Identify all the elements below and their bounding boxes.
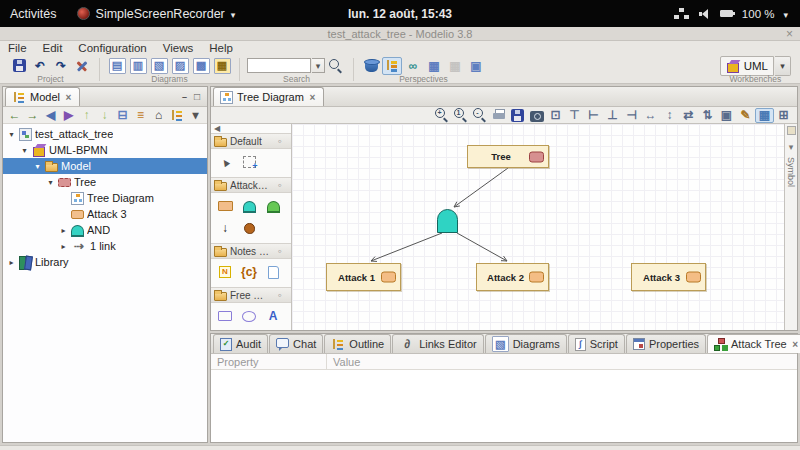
close-icon[interactable] — [308, 92, 317, 103]
same-height-button[interactable]: ↕ — [660, 108, 679, 123]
class-diagram-button[interactable]: ▤ — [107, 57, 127, 75]
tab-tree-diagram[interactable]: Tree Diagram — [213, 87, 324, 106]
tab-audit[interactable]: Audit — [213, 334, 268, 353]
expander-icon[interactable]: ▾ — [33, 162, 42, 171]
tab-script[interactable]: Script — [568, 334, 625, 353]
tree-item-model[interactable]: ▾Model — [3, 158, 207, 174]
tab-diagrams[interactable]: ▧Diagrams — [485, 334, 567, 353]
minimize-button[interactable] — [182, 92, 187, 102]
menu-edit[interactable]: Edit — [35, 42, 71, 54]
column-property[interactable]: Property — [211, 354, 326, 369]
palette-tool-note[interactable] — [213, 261, 237, 283]
configure-button[interactable] — [72, 57, 92, 75]
diagram-canvas[interactable]: TreeAttack 1Attack 2Attack 3 — [292, 124, 784, 330]
zoom-in-button[interactable] — [432, 108, 451, 123]
workbench-dropdown-button[interactable] — [775, 56, 791, 76]
object-diagram-button[interactable]: ▧ — [149, 57, 169, 75]
palette-group-free-drawing[interactable]: Free Drawing◦ — [211, 287, 291, 303]
palette-group-attack-tree[interactable]: Attack Tree◦ — [211, 177, 291, 193]
palette-tool-constraint[interactable]: {c} — [237, 261, 261, 283]
redo-button[interactable]: ↷ — [51, 57, 71, 75]
preferences-dialog-button[interactable]: ▣ — [466, 57, 486, 75]
tree-item-tree[interactable]: ▾Tree — [3, 174, 207, 190]
palette-tool-or-gate[interactable] — [261, 195, 285, 217]
distribute-h-button[interactable]: ⇄ — [679, 108, 698, 123]
link-with-editor-button[interactable]: ≡ — [132, 108, 149, 123]
maximize-button[interactable] — [194, 91, 200, 102]
tree-item-1-link[interactable]: ▸⇢1 link — [3, 238, 207, 254]
column-value[interactable]: Value — [326, 354, 797, 369]
window-close-button[interactable] — [786, 27, 793, 40]
tab-outline[interactable]: Outline — [324, 334, 391, 353]
home-button[interactable]: ⌂ — [150, 108, 167, 123]
expander-icon[interactable]: ▸ — [59, 226, 68, 235]
zoom-original-button[interactable] — [451, 108, 470, 123]
select-zone-button[interactable]: ⊡ — [546, 108, 565, 123]
palette-tool-selection[interactable] — [213, 151, 237, 173]
model-explorer-button[interactable] — [382, 57, 402, 75]
volume-icon[interactable] — [698, 8, 711, 20]
palette-tool-attack-link[interactable]: ↓ — [213, 217, 237, 239]
uml-bucket-button[interactable] — [361, 57, 381, 75]
move-up-button[interactable]: ↑ — [78, 108, 95, 123]
app-menu-button[interactable]: SimpleScreenRecorder — [67, 0, 246, 27]
same-width-button[interactable]: ↔ — [641, 108, 660, 123]
palette-tool-text[interactable]: A — [261, 305, 285, 327]
grid-button[interactable]: ▦ — [755, 108, 774, 123]
tree-item-and[interactable]: ▸AND — [3, 222, 207, 238]
diagram-node-tree[interactable]: Tree — [467, 145, 549, 168]
palette-collapse-button[interactable] — [211, 124, 291, 133]
tab-model[interactable]: Model — [5, 87, 80, 106]
palette-tool-and-gate[interactable] — [237, 195, 261, 217]
show-model-button[interactable] — [168, 108, 185, 123]
diagram-node-attack-3[interactable]: Attack 3 — [631, 263, 706, 291]
zoom-out-button[interactable] — [470, 108, 489, 123]
align-right-button[interactable]: ⊣ — [622, 108, 641, 123]
history-forward-button[interactable]: ▶ — [60, 108, 77, 123]
links-button[interactable]: ∞ — [403, 57, 423, 75]
history-back-button[interactable]: ◀ — [42, 108, 59, 123]
grid-table-button[interactable]: ▦ — [424, 57, 444, 75]
diagram-node-attack-1[interactable]: Attack 1 — [326, 263, 401, 291]
undo-button[interactable]: ↶ — [30, 57, 50, 75]
system-menu-chevron-icon[interactable] — [783, 8, 788, 20]
tree-item-library[interactable]: ▸Library — [3, 254, 207, 270]
view-menu-button[interactable]: ▾ — [187, 108, 204, 123]
matrix-button[interactable]: ▦ — [212, 57, 232, 75]
tree-item-uml-bpmn[interactable]: ▾UML-BPMN — [3, 142, 207, 158]
palette-group-default[interactable]: Default◦ — [211, 133, 291, 149]
battery-icon[interactable] — [720, 10, 733, 17]
search-button[interactable] — [326, 57, 346, 75]
tab-links-editor[interactable]: ∂Links Editor — [392, 334, 483, 353]
nav-back-button[interactable]: ← — [6, 108, 23, 123]
tree-item-attack-3[interactable]: Attack 3 — [3, 206, 207, 222]
menu-views[interactable]: Views — [155, 42, 201, 54]
save-button[interactable] — [9, 57, 29, 75]
network-icon[interactable] — [674, 7, 689, 20]
palette-tool-attack[interactable] — [213, 195, 237, 217]
tree-item-test-attack-tree[interactable]: ▾test_attack_tree — [3, 126, 207, 142]
move-down-button[interactable]: ↓ — [96, 108, 113, 123]
expander-icon[interactable]: ▾ — [20, 146, 29, 155]
expander-icon[interactable]: ▸ — [7, 258, 16, 267]
palette-tool-rich-note[interactable] — [261, 261, 285, 283]
print-button[interactable] — [489, 108, 508, 123]
usecase-diagram-button[interactable]: ▩ — [191, 57, 211, 75]
menu-help[interactable]: Help — [201, 42, 241, 54]
menu-configuration[interactable]: Configuration — [70, 42, 154, 54]
align-top-button[interactable]: ⊤ — [565, 108, 584, 123]
collapse-all-button[interactable]: ⊟ — [114, 108, 131, 123]
frame-button[interactable]: ▣ — [717, 108, 736, 123]
diagram-node-and-gate[interactable] — [437, 209, 458, 233]
align-left-button[interactable]: ⊢ — [584, 108, 603, 123]
state-diagram-button[interactable]: ▥ — [128, 57, 148, 75]
distribute-v-button[interactable]: ⇅ — [698, 108, 717, 123]
palette-tool-threat-agent[interactable] — [237, 217, 261, 239]
palette-tool-rectangle[interactable] — [213, 305, 237, 327]
tab-properties[interactable]: Properties — [626, 334, 706, 353]
style-brush-button[interactable]: ✎ — [736, 108, 755, 123]
diagram-node-attack-2[interactable]: Attack 2 — [476, 263, 549, 291]
deployment-diagram-button[interactable]: ▨ — [170, 57, 190, 75]
palette-group-notes-and[interactable]: Notes and ...◦ — [211, 243, 291, 259]
expander-icon[interactable]: ▾ — [46, 178, 55, 187]
